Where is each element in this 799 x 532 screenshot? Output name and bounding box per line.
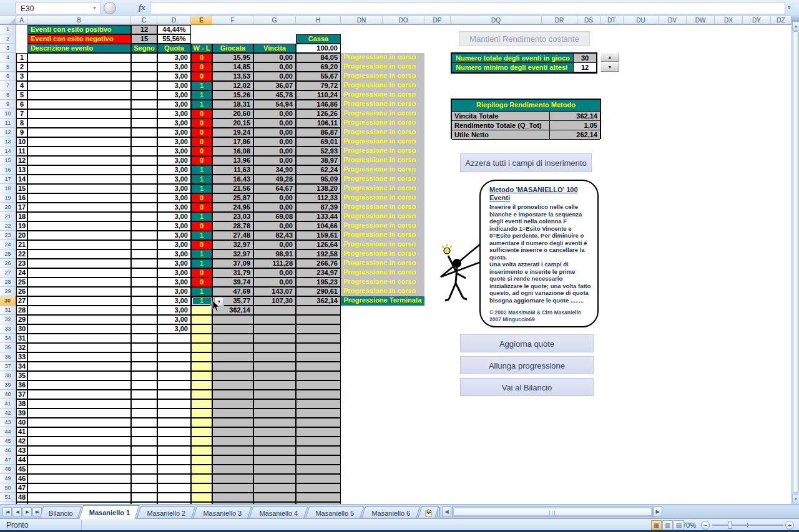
event-wl-cell[interactable] xyxy=(191,362,212,371)
event-giocata-cell[interactable]: 39,74 xyxy=(212,278,253,287)
row-header-14[interactable]: 14 xyxy=(0,147,16,156)
row-header-33[interactable]: 33 xyxy=(0,324,16,334)
event-cassa-cell[interactable]: 84,05 xyxy=(296,53,341,62)
event-description-cell[interactable] xyxy=(27,371,131,380)
event-quota-cell[interactable] xyxy=(157,446,191,455)
event-segno-cell[interactable] xyxy=(131,240,157,249)
event-quota-cell[interactable]: 3,00 xyxy=(157,100,191,109)
column-header-F[interactable]: F xyxy=(212,16,253,25)
event-wl-cell[interactable] xyxy=(191,324,212,334)
event-giocata-cell[interactable]: 19,24 xyxy=(212,128,253,137)
event-number[interactable]: 23 xyxy=(16,259,27,268)
event-wl-cell[interactable] xyxy=(191,306,212,315)
event-giocata-cell[interactable] xyxy=(212,380,253,390)
event-number[interactable]: 21 xyxy=(16,240,27,249)
event-number[interactable]: 47 xyxy=(16,483,27,493)
event-vincita-cell[interactable]: 0,00 xyxy=(253,193,296,203)
event-description-cell[interactable] xyxy=(27,455,131,465)
event-giocata-cell[interactable] xyxy=(212,371,253,380)
event-cassa-cell[interactable] xyxy=(296,390,341,399)
event-number[interactable]: 18 xyxy=(16,212,27,221)
event-giocata-cell[interactable]: 28,78 xyxy=(212,221,253,231)
event-number[interactable]: 4 xyxy=(16,81,27,90)
event-cassa-cell[interactable]: 146,86 xyxy=(296,100,341,109)
negative-events-count[interactable]: 15 xyxy=(131,34,157,44)
event-number[interactable]: 37 xyxy=(16,390,27,399)
event-quota-cell[interactable] xyxy=(157,334,191,343)
event-quota-cell[interactable]: 3,00 xyxy=(157,175,191,184)
event-vincita-cell[interactable]: 0,00 xyxy=(253,156,296,165)
scroll-up-icon[interactable]: ▲ xyxy=(792,21,799,31)
sheet-tab-masaniello-4[interactable]: Masaniello 4 xyxy=(249,506,308,519)
event-description-cell[interactable] xyxy=(27,128,131,137)
row-header-6[interactable]: 6 xyxy=(0,72,16,81)
event-giocata-cell[interactable]: 23,03 xyxy=(212,212,253,221)
event-description-cell[interactable] xyxy=(27,427,131,437)
event-vincita-cell[interactable]: 49,28 xyxy=(253,175,296,184)
event-wl-cell[interactable]: 0 xyxy=(191,53,212,62)
horizontal-scrollbar[interactable] xyxy=(452,506,653,517)
formula-input[interactable] xyxy=(150,2,785,14)
event-description-cell[interactable] xyxy=(27,231,131,240)
event-vincita-cell[interactable] xyxy=(253,446,296,455)
event-number[interactable]: 43 xyxy=(16,446,27,455)
event-description-cell[interactable] xyxy=(27,156,131,165)
event-giocata-cell[interactable] xyxy=(212,493,253,502)
event-description-cell[interactable] xyxy=(27,53,131,62)
event-vincita-cell[interactable] xyxy=(253,324,296,334)
column-header-DX[interactable]: DX xyxy=(715,16,743,25)
event-vincita-cell[interactable]: 0,00 xyxy=(253,128,296,137)
row-header-28[interactable]: 28 xyxy=(0,278,16,287)
event-segno-cell[interactable] xyxy=(131,315,157,324)
row-header-44[interactable]: 44 xyxy=(0,427,16,437)
event-giocata-cell[interactable] xyxy=(212,334,253,343)
event-vincita-cell[interactable] xyxy=(253,483,296,493)
event-quota-cell[interactable]: 3,00 xyxy=(157,259,191,268)
row-header-1[interactable]: 1 xyxy=(0,25,16,34)
event-description-cell[interactable] xyxy=(27,175,131,184)
event-segno-cell[interactable] xyxy=(131,390,157,399)
event-number[interactable]: 6 xyxy=(16,100,27,109)
event-segno-cell[interactable] xyxy=(131,137,157,147)
event-quota-cell[interactable] xyxy=(157,493,191,502)
event-description-cell[interactable] xyxy=(27,72,131,81)
event-cassa-cell[interactable] xyxy=(296,343,341,352)
event-wl-cell[interactable]: 0 xyxy=(191,118,212,128)
event-segno-cell[interactable] xyxy=(131,90,157,100)
event-giocata-cell[interactable] xyxy=(212,474,253,483)
row-header-2[interactable]: 2 xyxy=(0,34,16,44)
event-segno-cell[interactable] xyxy=(131,62,157,72)
event-wl-cell[interactable]: 0 xyxy=(191,221,212,231)
event-vincita-cell[interactable]: 69,08 xyxy=(253,212,296,221)
event-giocata-cell[interactable]: 16,08 xyxy=(212,147,253,156)
event-segno-cell[interactable] xyxy=(131,193,157,203)
event-cassa-cell[interactable]: 79,72 xyxy=(296,81,341,90)
event-description-cell[interactable] xyxy=(27,390,131,399)
event-cassa-cell[interactable] xyxy=(296,493,341,502)
row-header-36[interactable]: 36 xyxy=(0,352,16,362)
event-vincita-cell[interactable] xyxy=(253,474,296,483)
event-segno-cell[interactable] xyxy=(131,483,157,493)
event-cassa-cell[interactable] xyxy=(296,409,341,418)
event-segno-cell[interactable] xyxy=(131,81,157,90)
event-number[interactable]: 26 xyxy=(16,287,27,296)
event-cassa-cell[interactable]: 126,26 xyxy=(296,109,341,118)
event-segno-cell[interactable] xyxy=(131,231,157,240)
zoom-slider-track[interactable] xyxy=(712,525,783,526)
event-vincita-cell[interactable]: 64,67 xyxy=(253,184,296,193)
event-number[interactable]: 25 xyxy=(16,278,27,287)
hscroll-right-icon[interactable]: ▶ xyxy=(653,506,662,517)
event-cassa-cell[interactable] xyxy=(296,418,341,427)
cassa-header[interactable]: Cassa xyxy=(296,34,341,44)
event-wl-cell[interactable] xyxy=(191,474,212,483)
event-giocata-cell[interactable]: 14,85 xyxy=(212,62,253,72)
event-wl-cell[interactable] xyxy=(191,455,212,465)
negative-events-pct[interactable]: 55,56% xyxy=(157,34,191,44)
row-header-7[interactable]: 7 xyxy=(0,81,16,90)
event-segno-cell[interactable] xyxy=(131,343,157,352)
event-vincita-cell[interactable]: 0,00 xyxy=(253,240,296,249)
event-quota-cell[interactable]: 3,00 xyxy=(157,156,191,165)
column-header-DR[interactable]: DR xyxy=(542,16,577,25)
event-number[interactable]: 34 xyxy=(16,362,27,371)
event-segno-cell[interactable] xyxy=(131,53,157,62)
